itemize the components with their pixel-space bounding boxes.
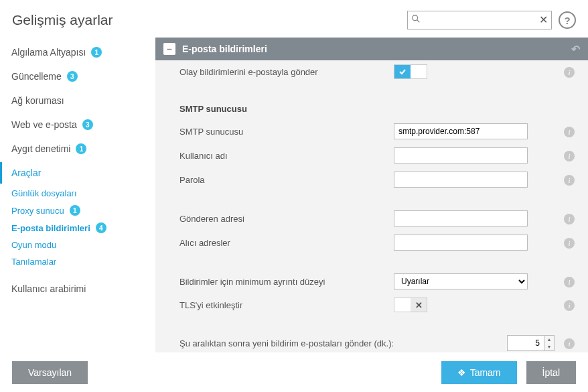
row-send-events: Olay bildirimlerini e-postayla gönder i bbox=[155, 60, 588, 83]
badge: 1 bbox=[76, 143, 86, 154]
sidebar-item-webemail[interactable]: Web ve e-posta3 bbox=[0, 114, 155, 135]
badge: 1 bbox=[70, 205, 80, 216]
ok-label: Tamam bbox=[470, 367, 501, 378]
row-blank bbox=[155, 316, 588, 331]
sidebar-item-device[interactable]: Aygıt denetimi1 bbox=[0, 138, 155, 159]
section-title: E-posta bildirimleri bbox=[182, 44, 267, 54]
row-smtp-server: SMTP sunucusu i bbox=[155, 119, 588, 143]
info-icon[interactable]: i bbox=[560, 66, 579, 78]
row-smtp-header: SMTP sunucusu bbox=[155, 98, 588, 119]
info-icon[interactable]: i bbox=[560, 213, 579, 224]
page-title: Gelişmiş ayarlar bbox=[12, 12, 113, 28]
sidebar-item-label: Kullanıcı arabirimi bbox=[11, 283, 86, 294]
header-right: ✕ ? bbox=[407, 11, 576, 29]
username-input[interactable] bbox=[394, 147, 528, 164]
row-username: Kullanıcı adı i bbox=[155, 143, 588, 168]
sidebar-item-label: Günlük dosyaları bbox=[11, 188, 77, 198]
label: SMTP sunucusu bbox=[179, 127, 394, 137]
recipient-input[interactable] bbox=[394, 235, 528, 251]
smtp-server-input[interactable] bbox=[394, 123, 528, 139]
label: SMTP sunucusu bbox=[179, 104, 394, 114]
toggle-off bbox=[411, 65, 427, 78]
row-blank bbox=[155, 192, 588, 206]
sidebar-sub-proxy[interactable]: Proxy sunucu1 bbox=[0, 203, 155, 218]
header: Gelişmiş ayarlar ✕ ? bbox=[0, 0, 588, 38]
footer: Varsayılan ❖ Tamam İptal bbox=[0, 353, 588, 392]
sidebar-item-label: Aygıt denetimi bbox=[11, 143, 70, 154]
info-icon[interactable]: i bbox=[560, 300, 579, 311]
control bbox=[394, 123, 528, 139]
row-tls: TLS'yi etkinleştir ✕ i bbox=[155, 293, 588, 316]
info-icon[interactable]: i bbox=[560, 276, 579, 287]
ok-button[interactable]: ❖ Tamam bbox=[441, 361, 517, 384]
info-icon[interactable]: i bbox=[560, 174, 579, 186]
sidebar-item-label: Proxy sunucu bbox=[11, 206, 64, 216]
row-interval: Şu aralıktan sonra yeni bildirim e-posta… bbox=[155, 331, 588, 352]
shield-icon: ❖ bbox=[457, 367, 466, 378]
badge: 3 bbox=[67, 71, 78, 82]
sidebar-item-label: Algılama Altyapısı bbox=[11, 47, 86, 58]
row-sender: Gönderen adresi i bbox=[155, 206, 588, 231]
interval-input[interactable] bbox=[507, 335, 544, 351]
control bbox=[394, 147, 528, 164]
help-button[interactable]: ? bbox=[559, 11, 576, 29]
sidebar-item-label: Ağ koruması bbox=[11, 95, 64, 106]
info-icon[interactable]: i bbox=[560, 237, 579, 249]
badge: 3 bbox=[82, 119, 93, 130]
control bbox=[394, 172, 528, 188]
sidebar-item-label: Güncelleme bbox=[11, 71, 62, 82]
main: Algılama Altyapısı1 Güncelleme3 Ağ korum… bbox=[0, 38, 588, 352]
sidebar-item-label: Oyun modu bbox=[11, 240, 56, 250]
toggle-off-side bbox=[394, 298, 411, 312]
sidebar-item-label: Tanılamalar bbox=[11, 257, 56, 267]
info-icon[interactable]: i bbox=[560, 150, 579, 161]
sidebar-item-detection[interactable]: Algılama Altyapısı1 bbox=[0, 42, 155, 63]
search-clear-button[interactable]: ✕ bbox=[539, 13, 548, 26]
search-input[interactable] bbox=[407, 11, 552, 29]
collapse-button[interactable]: – bbox=[163, 43, 175, 55]
label: TLS'yi etkinleştir bbox=[179, 300, 394, 310]
toggle-on bbox=[394, 65, 411, 78]
spinner: ▲ ▼ bbox=[544, 335, 555, 351]
toggle-send-events[interactable] bbox=[394, 64, 427, 79]
sidebar-item-ui[interactable]: Kullanıcı arabirimi bbox=[0, 278, 155, 300]
row-verbosity: Bildirimler için minimum ayrıntı düzeyi … bbox=[155, 269, 588, 293]
password-input[interactable] bbox=[394, 172, 528, 188]
row-blank bbox=[155, 255, 588, 269]
revert-icon[interactable]: ↶ bbox=[571, 43, 580, 56]
label: Kullanıcı adı bbox=[179, 151, 394, 161]
spin-down-button[interactable]: ▼ bbox=[544, 343, 554, 350]
sidebar-sub-logs[interactable]: Günlük dosyaları bbox=[0, 186, 155, 200]
footer-right: ❖ Tamam İptal bbox=[441, 361, 576, 384]
sender-input[interactable] bbox=[394, 210, 528, 226]
control bbox=[394, 235, 528, 251]
sidebar-item-tools[interactable]: Araçlar bbox=[0, 162, 155, 184]
label: Bildirimler için minimum ayrıntı düzeyi bbox=[179, 277, 394, 287]
row-password: Parola i bbox=[155, 168, 588, 192]
control: ✕ bbox=[394, 298, 528, 312]
cancel-button[interactable]: İptal bbox=[526, 361, 576, 384]
control bbox=[394, 64, 528, 79]
toggle-x-side: ✕ bbox=[411, 298, 427, 312]
info-icon[interactable]: i bbox=[560, 338, 579, 349]
sidebar-sub-email[interactable]: E-posta bildirimleri4 bbox=[0, 220, 155, 235]
content: – E-posta bildirimleri ↶ Olay bildirimle… bbox=[155, 38, 588, 352]
row-recipient: Alıcı adresler i bbox=[155, 231, 588, 255]
sidebar-sub-game[interactable]: Oyun modu bbox=[0, 238, 155, 252]
verbosity-select[interactable]: Uyarılar bbox=[394, 273, 528, 289]
section-header: – E-posta bildirimleri ↶ bbox=[155, 38, 588, 60]
info-icon[interactable]: i bbox=[560, 126, 579, 137]
spin-up-button[interactable]: ▲ bbox=[544, 336, 554, 343]
toggle-tls[interactable]: ✕ bbox=[394, 298, 427, 312]
sidebar-item-update[interactable]: Güncelleme3 bbox=[0, 66, 155, 87]
label: Alıcı adresler bbox=[179, 238, 394, 248]
sidebar-sub-diag[interactable]: Tanılamalar bbox=[0, 255, 155, 269]
control bbox=[394, 210, 528, 226]
label: Gönderen adresi bbox=[179, 214, 394, 224]
badge: 1 bbox=[91, 47, 102, 58]
control: ▲ ▼ bbox=[421, 335, 555, 351]
sidebar: Algılama Altyapısı1 Güncelleme3 Ağ korum… bbox=[0, 38, 155, 352]
sidebar-item-network[interactable]: Ağ koruması bbox=[0, 90, 155, 111]
default-button[interactable]: Varsayılan bbox=[12, 361, 88, 384]
search-box: ✕ bbox=[407, 11, 552, 29]
